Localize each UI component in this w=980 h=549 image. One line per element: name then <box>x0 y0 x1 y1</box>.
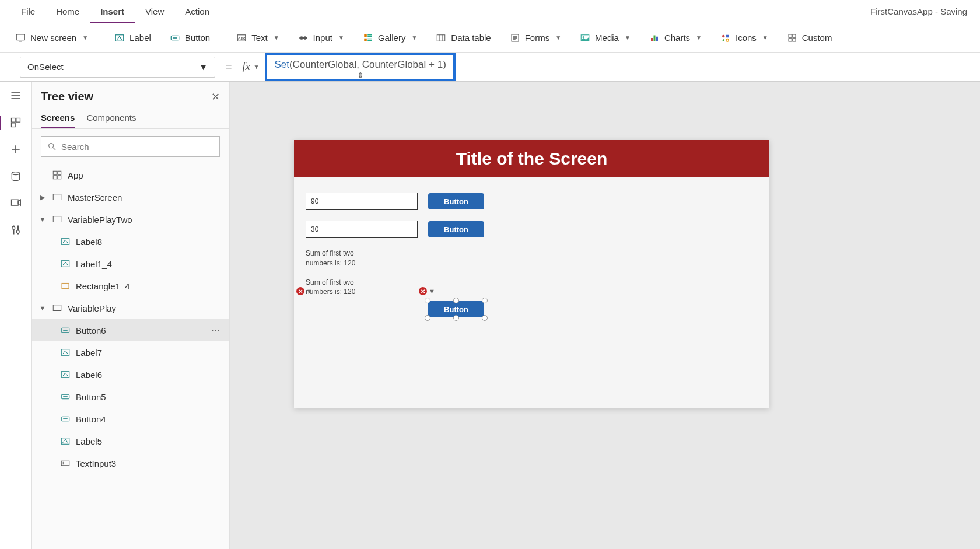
insert-button-button[interactable]: Button <box>162 28 218 48</box>
svg-rect-11 <box>368 34 372 36</box>
svg-point-46 <box>12 172 19 175</box>
search-input[interactable] <box>41 136 220 157</box>
textinput-icon <box>60 457 71 469</box>
insert-custom-button[interactable]: Custom <box>779 28 841 48</box>
svg-marker-48 <box>18 200 20 205</box>
tree-node-variableplaytwo[interactable]: ▼ VariablePlayTwo <box>32 208 229 230</box>
advanced-rail[interactable] <box>9 223 23 237</box>
tree-node-label7[interactable]: Label7 <box>32 341 229 363</box>
fx-icon[interactable]: fx <box>243 61 250 73</box>
chevron-down-icon[interactable]: ▼ <box>38 216 47 223</box>
svg-rect-43 <box>11 123 15 127</box>
property-selector[interactable]: OnSelect ▼ <box>20 57 215 78</box>
forms-icon <box>510 33 520 43</box>
label-icon <box>114 33 125 43</box>
canvas-sum-label-1[interactable]: Sum of first two numbers is: 120 <box>306 249 358 268</box>
tab-screens[interactable]: Screens <box>41 108 75 128</box>
svg-rect-60 <box>53 216 61 222</box>
label-icon <box>60 435 71 447</box>
tree-node-label6[interactable]: Label6 <box>32 363 229 386</box>
tree-node-label8[interactable]: Label8 <box>32 230 229 253</box>
new-screen-button[interactable]: New screen▼ <box>7 28 96 48</box>
resize-handle[interactable] <box>453 298 459 303</box>
svg-rect-23 <box>513 37 517 39</box>
canvas-screen[interactable]: Title of the Screen Button Button Sum of… <box>294 140 769 408</box>
svg-rect-27 <box>651 38 653 41</box>
tree-node-app[interactable]: App <box>32 164 229 186</box>
tree-node-label1-4[interactable]: Label1_4 <box>32 253 229 275</box>
button-icon <box>60 324 71 336</box>
search-icon <box>47 142 57 151</box>
rectangle-icon <box>60 280 71 292</box>
insert-forms-button[interactable]: Forms▼ <box>502 28 569 48</box>
tab-components[interactable]: Components <box>86 108 136 128</box>
canvas-area[interactable]: Title of the Screen Button Button Sum of… <box>230 82 980 549</box>
insert-datatable-button[interactable]: Data table <box>428 28 499 48</box>
screen-title-bar[interactable]: Title of the Screen <box>294 140 769 177</box>
resize-handle[interactable] <box>453 315 459 321</box>
tree-node-masterscreen[interactable]: ▶ MasterScreen <box>32 186 229 208</box>
canvas-button-1[interactable]: Button <box>428 193 484 209</box>
svg-rect-37 <box>792 38 795 41</box>
resize-handle-icon[interactable]: ⇕ <box>357 71 364 80</box>
canvas-textinput-2[interactable] <box>306 221 418 238</box>
svg-rect-15 <box>368 40 372 41</box>
insert-icons-button[interactable]: Icons▼ <box>712 28 776 48</box>
resize-handle[interactable] <box>425 315 430 321</box>
tree-node-button4[interactable]: Button4 <box>32 408 229 430</box>
more-icon[interactable]: ⋯ <box>211 325 221 335</box>
svg-rect-74 <box>61 461 69 466</box>
button-icon <box>60 413 71 425</box>
resize-handle[interactable] <box>482 315 488 321</box>
insert-gallery-button[interactable]: Gallery▼ <box>355 28 425 48</box>
tree-node-label5[interactable]: Label5 <box>32 430 229 452</box>
menu-home[interactable]: Home <box>46 0 90 23</box>
formula-input[interactable]: Set(CounterGlobal, CounterGlobal + 1) ⇕ <box>265 53 455 81</box>
canvas-sum-label-2[interactable]: Sum of first two numbers is: 120 <box>306 278 358 298</box>
menu-insert[interactable]: Insert <box>90 0 135 23</box>
formula-bar: OnSelect ▼ = fx ▼ Set(CounterGlobal, Cou… <box>0 53 980 82</box>
insert-rail[interactable] <box>9 142 23 156</box>
media-icon <box>580 33 590 43</box>
insert-text-button[interactable]: Abc Text▼ <box>228 28 287 48</box>
insert-media-button[interactable]: Media▼ <box>572 28 639 48</box>
tree-node-variableplay[interactable]: ▼ VariablePlay <box>32 297 229 319</box>
error-badge-1[interactable]: ✕ ▼ <box>296 287 313 295</box>
hamburger-icon[interactable] <box>9 89 23 103</box>
svg-rect-58 <box>58 176 61 179</box>
canvas-button-2[interactable]: Button <box>428 221 484 237</box>
error-badge-2[interactable]: ✕ ▼ <box>419 287 435 295</box>
svg-marker-32 <box>722 39 725 41</box>
svg-point-26 <box>583 36 584 38</box>
error-icon: ✕ <box>419 287 427 295</box>
svg-rect-41 <box>11 118 15 123</box>
svg-rect-31 <box>726 34 729 37</box>
media-rail[interactable] <box>9 196 23 210</box>
menu-action[interactable]: Action <box>174 0 220 23</box>
insert-charts-button[interactable]: Charts▼ <box>641 28 710 48</box>
data-rail[interactable] <box>9 169 23 183</box>
app-icon <box>51 169 63 181</box>
chevron-down-icon: ▼ <box>199 62 208 72</box>
chevron-down-icon[interactable]: ▼ <box>38 305 47 312</box>
menu-view[interactable]: View <box>135 0 174 23</box>
ribbon: New screen▼ Label Button Abc Text▼ Input… <box>0 23 980 53</box>
canvas-selected-control[interactable]: Button <box>428 301 484 317</box>
close-icon[interactable]: ✕ <box>211 90 220 103</box>
chevron-right-icon[interactable]: ▶ <box>38 194 47 201</box>
chevron-down-icon[interactable]: ▼ <box>254 64 260 70</box>
svg-rect-64 <box>53 305 61 311</box>
tree-node-button5[interactable]: Button5 <box>32 386 229 408</box>
insert-label-button[interactable]: Label <box>106 28 159 48</box>
insert-input-button[interactable]: Input▼ <box>290 28 352 48</box>
resize-handle[interactable] <box>482 298 488 303</box>
tree-node-button6[interactable]: Button6 ⋯ <box>32 319 229 341</box>
tree-view-rail[interactable] <box>0 116 30 130</box>
icons-icon <box>720 33 731 43</box>
tree-node-rectangle1-4[interactable]: Rectangle1_4 <box>32 275 229 297</box>
tree-node-textinput3[interactable]: TextInput3 <box>32 452 229 474</box>
resize-handle[interactable] <box>425 298 430 303</box>
canvas-textinput-1[interactable] <box>306 193 418 210</box>
svg-rect-47 <box>11 200 18 205</box>
menu-file[interactable]: File <box>10 0 46 23</box>
